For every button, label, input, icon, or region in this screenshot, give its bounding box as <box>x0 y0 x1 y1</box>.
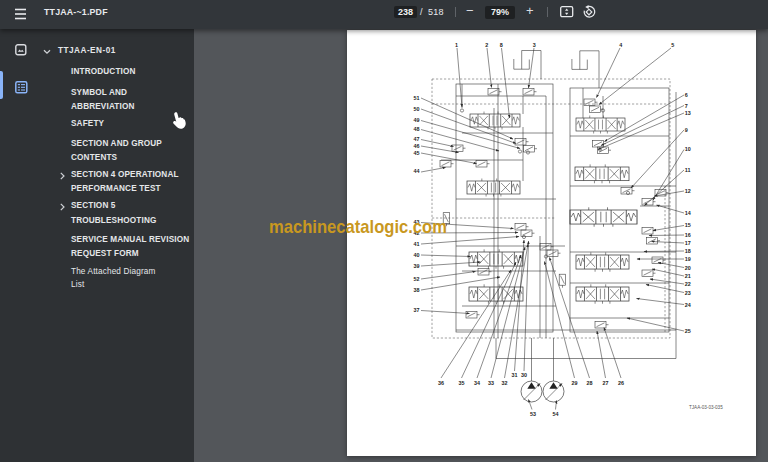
svg-text:51: 51 <box>414 95 420 101</box>
svg-text:32: 32 <box>502 380 508 386</box>
svg-text:37: 37 <box>414 307 420 313</box>
svg-text:50: 50 <box>414 106 420 112</box>
svg-text:17: 17 <box>685 240 691 246</box>
svg-text:20: 20 <box>685 265 691 271</box>
svg-text:TJAA-03-03-035: TJAA-03-03-035 <box>689 405 723 410</box>
svg-text:38: 38 <box>414 287 420 293</box>
svg-text:13: 13 <box>685 110 691 116</box>
svg-text:45: 45 <box>414 150 420 156</box>
svg-text:4: 4 <box>619 42 622 48</box>
svg-text:26: 26 <box>618 380 624 386</box>
svg-text:41: 41 <box>414 241 420 247</box>
svg-text:30: 30 <box>521 372 527 378</box>
svg-text:7: 7 <box>685 103 688 109</box>
svg-text:54: 54 <box>553 411 559 417</box>
svg-text:5: 5 <box>671 42 674 48</box>
svg-text:15: 15 <box>685 222 691 228</box>
svg-text:28: 28 <box>587 380 593 386</box>
svg-text:53: 53 <box>530 411 536 417</box>
svg-text:52: 52 <box>414 276 420 282</box>
svg-text:11: 11 <box>685 167 691 173</box>
svg-text:36: 36 <box>438 380 444 386</box>
svg-text:31: 31 <box>512 372 518 378</box>
svg-text:49: 49 <box>414 117 420 123</box>
svg-text:16: 16 <box>685 232 691 238</box>
svg-text:14: 14 <box>685 210 691 216</box>
svg-text:8: 8 <box>500 42 503 48</box>
svg-text:46: 46 <box>414 143 420 149</box>
svg-text:44: 44 <box>414 168 420 174</box>
svg-text:6: 6 <box>685 92 688 98</box>
svg-text:47: 47 <box>414 136 420 142</box>
svg-text:35: 35 <box>459 380 465 386</box>
svg-text:3: 3 <box>533 42 536 48</box>
svg-text:18: 18 <box>685 248 691 254</box>
svg-text:22: 22 <box>685 281 691 287</box>
svg-text:21: 21 <box>685 273 691 279</box>
svg-text:40: 40 <box>414 252 420 258</box>
svg-text:25: 25 <box>685 328 691 334</box>
svg-text:34: 34 <box>474 380 480 386</box>
svg-text:12: 12 <box>685 188 691 194</box>
svg-text:19: 19 <box>685 256 691 262</box>
svg-text:29: 29 <box>572 380 578 386</box>
svg-text:23: 23 <box>685 290 691 296</box>
svg-text:48: 48 <box>414 126 420 132</box>
svg-text:33: 33 <box>488 380 494 386</box>
svg-text:1: 1 <box>455 42 458 48</box>
svg-text:2: 2 <box>485 42 488 48</box>
svg-text:27: 27 <box>603 380 609 386</box>
svg-text:39: 39 <box>414 263 420 269</box>
svg-text:24: 24 <box>685 302 691 308</box>
svg-text:9: 9 <box>685 127 688 133</box>
svg-text:10: 10 <box>685 146 691 152</box>
